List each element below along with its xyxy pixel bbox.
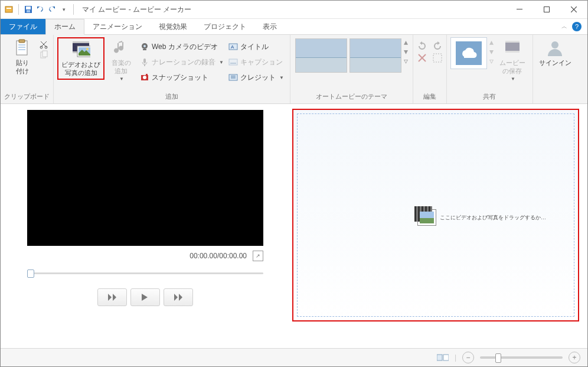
- group-share: ▴ ▾ ▿ ムービー の保存 ▼ 共有: [447, 35, 533, 103]
- collapse-ribbon-icon[interactable]: ︿: [561, 22, 567, 31]
- rotate-right-icon[interactable]: [432, 41, 443, 51]
- signin-button[interactable]: サインイン: [537, 37, 574, 68]
- credit-button[interactable]: クレジット▼: [226, 70, 286, 85]
- tab-visual-effects[interactable]: 視覚効果: [151, 19, 195, 34]
- theme-thumb-1[interactable]: [295, 38, 347, 73]
- prev-frame-button[interactable]: [97, 288, 127, 306]
- app-icon: [4, 5, 14, 14]
- narration-button[interactable]: ナレーションの録音▼: [138, 55, 226, 69]
- seek-slider[interactable]: [27, 268, 263, 278]
- status-bar: | − +: [1, 348, 587, 366]
- group-add-label: 追加: [165, 91, 178, 103]
- zoom-slider[interactable]: [480, 356, 563, 359]
- play-button[interactable]: [130, 288, 160, 306]
- title-bar: ▾ マイ ムービー - ムービー メーカー: [1, 1, 587, 19]
- group-signin-spacer: [554, 93, 556, 103]
- group-automovie: ▴ ▾ ▿ オートムービーのテーマ: [290, 35, 413, 103]
- group-edit-label: 編集: [423, 91, 436, 103]
- storyboard-placeholder-text: ここにビデオおよび写真をドラッグするか…: [440, 214, 546, 222]
- qat-dropdown-icon[interactable]: ▾: [59, 5, 68, 14]
- svg-point-23: [143, 45, 146, 47]
- content-area: 00:00.00/00:00.00 ↗ ここにビデオおよび写真をドラッグするか…: [1, 104, 587, 348]
- svg-point-42: [551, 41, 558, 48]
- media-thumb-icon: [417, 209, 436, 226]
- video-preview[interactable]: [27, 110, 263, 246]
- snapshot-label: スナップショット: [152, 73, 208, 83]
- time-display: 00:00.00/00:00.00: [190, 252, 247, 260]
- storyboard-placeholder[interactable]: ここにビデオおよび写真をドラッグするか…: [417, 209, 546, 226]
- svg-rect-37: [433, 54, 442, 62]
- caption-label: キャプション: [240, 57, 283, 67]
- zoom-out-button[interactable]: −: [462, 352, 474, 363]
- theme-prev-icon[interactable]: ▴: [403, 37, 409, 47]
- theme-more-icon[interactable]: ▿: [403, 56, 409, 66]
- playback-controls: [97, 288, 193, 306]
- group-add: ビデオおよび 写真の追加 音楽の 追加 ▼ Web カメラのビデオ ナレーショ: [54, 35, 290, 103]
- svg-rect-0: [5, 7, 12, 12]
- help-icon[interactable]: ?: [572, 22, 582, 31]
- next-frame-button[interactable]: [164, 288, 193, 306]
- svg-rect-25: [143, 59, 146, 63]
- svg-rect-1: [6, 8, 11, 9]
- share-prev-icon[interactable]: ▴: [488, 37, 495, 47]
- svg-point-28: [143, 76, 146, 79]
- svg-rect-24: [143, 49, 146, 50]
- group-automovie-label: オートムービーのテーマ: [316, 91, 387, 103]
- tab-project[interactable]: プロジェクト: [195, 19, 254, 34]
- theme-thumb-2[interactable]: [349, 38, 401, 73]
- svg-rect-5: [517, 9, 522, 9]
- preview-pane: 00:00.00/00:00.00 ↗: [1, 104, 290, 348]
- view-toggle-icon[interactable]: [437, 353, 449, 362]
- theme-next-icon[interactable]: ▾: [403, 47, 409, 56]
- signin-label: サインイン: [539, 59, 571, 67]
- add-media-button[interactable]: ビデオおよび 写真の追加: [59, 39, 103, 78]
- svg-rect-8: [19, 40, 25, 43]
- group-clipboard: 貼り 付け クリップボード: [1, 35, 54, 103]
- paste-button[interactable]: 貼り 付け: [6, 37, 39, 76]
- delete-icon[interactable]: [417, 53, 427, 63]
- svg-rect-4: [27, 10, 30, 12]
- cut-icon[interactable]: [39, 40, 48, 49]
- svg-rect-6: [544, 7, 550, 12]
- tab-home[interactable]: ホーム: [45, 19, 84, 35]
- share-more-icon[interactable]: ▿: [488, 56, 495, 66]
- close-button[interactable]: [560, 1, 587, 18]
- snapshot-button[interactable]: スナップショット: [138, 70, 226, 85]
- fullscreen-icon[interactable]: ↗: [253, 251, 263, 261]
- group-signin: サインイン: [533, 35, 577, 103]
- group-share-label: 共有: [483, 91, 496, 103]
- tab-view[interactable]: 表示: [254, 19, 285, 34]
- svg-rect-43: [437, 355, 442, 360]
- save-movie-button[interactable]: ムービー の保存 ▼: [496, 37, 529, 83]
- add-music-label: 音楽の 追加: [112, 59, 131, 75]
- svg-rect-10: [18, 47, 25, 48]
- redo-icon[interactable]: [47, 5, 57, 14]
- minimize-button[interactable]: [506, 1, 533, 18]
- title-button[interactable]: A タイトル: [226, 40, 286, 54]
- window-buttons: [506, 1, 587, 18]
- svg-rect-32: [229, 59, 237, 65]
- svg-point-21: [86, 48, 89, 50]
- zoom-in-button[interactable]: +: [569, 352, 580, 363]
- maximize-button[interactable]: [533, 1, 560, 18]
- svg-rect-29: [146, 74, 148, 76]
- copy-icon[interactable]: [39, 50, 48, 60]
- undo-icon[interactable]: [35, 5, 45, 14]
- share-next-icon[interactable]: ▾: [488, 47, 495, 56]
- select-all-icon[interactable]: [432, 53, 443, 63]
- webcam-button[interactable]: Web カメラのビデオ: [138, 40, 226, 54]
- rotate-left-icon[interactable]: [417, 41, 427, 51]
- storyboard[interactable]: ここにビデオおよび写真をドラッグするか…: [292, 109, 579, 321]
- save-icon[interactable]: [24, 5, 33, 14]
- add-media-highlight: ビデオおよび 写真の追加: [57, 37, 104, 80]
- svg-rect-17: [73, 41, 89, 43]
- add-music-button[interactable]: 音楽の 追加 ▼: [104, 37, 138, 83]
- tab-animation[interactable]: アニメーション: [84, 19, 151, 34]
- caption-button[interactable]: キャプション: [226, 55, 286, 69]
- share-cloud-button[interactable]: [450, 37, 487, 69]
- tab-file[interactable]: ファイル: [1, 19, 45, 34]
- svg-text:A: A: [231, 44, 234, 50]
- app-window: ▾ マイ ムービー - ムービー メーカー ファイル ホーム アニメーション 視…: [0, 0, 588, 367]
- ribbon-tabs: ファイル ホーム アニメーション 視覚効果 プロジェクト 表示 ︿ ?: [1, 19, 587, 35]
- webcam-label: Web カメラのビデオ: [152, 42, 218, 52]
